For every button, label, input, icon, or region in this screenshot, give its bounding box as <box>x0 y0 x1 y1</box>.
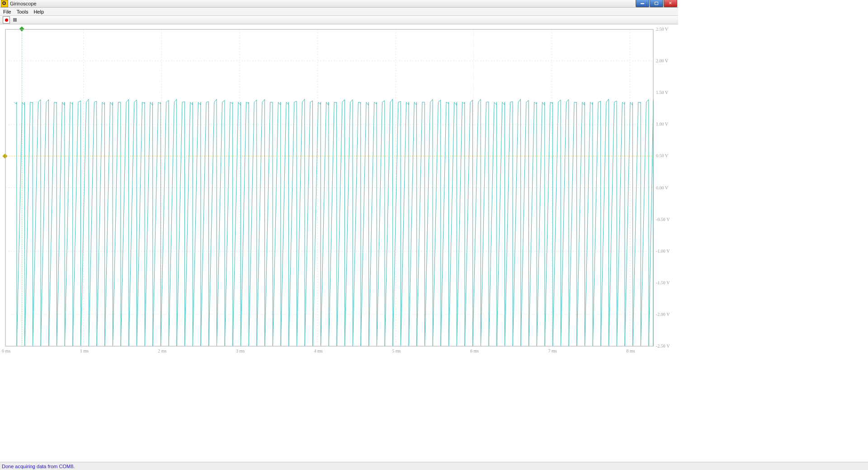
svg-text:3 ms: 3 ms <box>236 348 245 353</box>
svg-text:1.50 V: 1.50 V <box>656 90 669 95</box>
svg-text:0.50 V: 0.50 V <box>656 153 669 158</box>
stop-button[interactable] <box>12 17 18 23</box>
svg-text:2 ms: 2 ms <box>158 348 166 353</box>
oscilloscope-canvas[interactable]: 2.50 V2.00 V1.50 V1.00 V0.50 V0.00 V-0.5… <box>0 24 678 359</box>
minimize-button[interactable] <box>636 0 649 7</box>
svg-text:-1.00 V: -1.00 V <box>656 249 670 254</box>
svg-text:4 ms: 4 ms <box>314 348 323 353</box>
close-button[interactable] <box>664 0 677 7</box>
menu-file[interactable]: File <box>0 9 14 15</box>
app-icon <box>1 0 8 7</box>
svg-text:2.50 V: 2.50 V <box>656 27 669 32</box>
svg-text:-0.50 V: -0.50 V <box>656 217 670 222</box>
menu-bar: File Tools Help <box>0 8 678 16</box>
window-controls <box>635 0 677 7</box>
svg-text:7 ms: 7 ms <box>548 348 557 353</box>
svg-text:0 ms: 0 ms <box>2 348 10 353</box>
maximize-button[interactable] <box>650 0 663 7</box>
oscilloscope-display[interactable]: 2.50 V2.00 V1.50 V1.00 V0.50 V0.00 V-0.5… <box>0 24 678 367</box>
svg-text:-2.50 V: -2.50 V <box>656 343 670 348</box>
svg-text:1.00 V: 1.00 V <box>656 122 669 127</box>
title-bar: Girinoscope <box>0 0 678 8</box>
menu-tools[interactable]: Tools <box>14 9 31 15</box>
svg-text:-2.00 V: -2.00 V <box>656 312 670 317</box>
record-button[interactable] <box>3 16 10 24</box>
svg-text:6 ms: 6 ms <box>470 348 479 353</box>
svg-text:1 ms: 1 ms <box>80 348 89 353</box>
svg-text:-1.50 V: -1.50 V <box>656 280 670 285</box>
menu-help[interactable]: Help <box>31 9 47 15</box>
toolbar <box>0 16 678 24</box>
window-title: Girinoscope <box>10 1 37 6</box>
svg-text:2.00 V: 2.00 V <box>656 58 669 63</box>
svg-text:0.00 V: 0.00 V <box>656 185 669 190</box>
svg-text:5 ms: 5 ms <box>392 348 401 353</box>
svg-text:8 ms: 8 ms <box>626 348 635 353</box>
